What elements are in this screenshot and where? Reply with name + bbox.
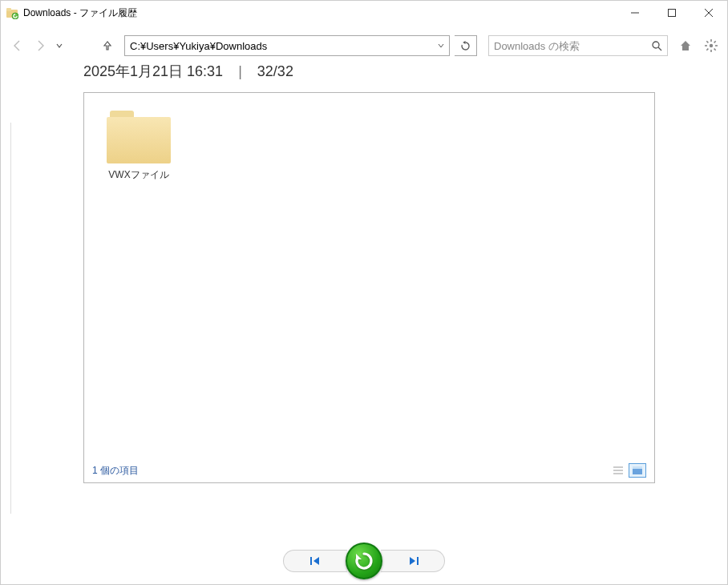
status-bar: 1 個の項目 bbox=[92, 463, 646, 478]
titlebar: Downloads - ファイル履歴 bbox=[1, 1, 727, 25]
next-version-button[interactable] bbox=[381, 550, 445, 572]
home-button[interactable] bbox=[677, 38, 694, 54]
list-item[interactable]: VWXファイル bbox=[99, 107, 179, 182]
snapshot-date: 2025年1月21日 16:31 bbox=[83, 63, 223, 79]
snapshot-header: 2025年1月21日 16:31 | 32/32 bbox=[83, 62, 655, 81]
file-panel: VWXファイル 1 個の項目 bbox=[83, 92, 655, 483]
nav-back-button[interactable] bbox=[9, 37, 26, 54]
svg-rect-24 bbox=[417, 557, 419, 565]
svg-rect-23 bbox=[310, 557, 312, 565]
close-button[interactable] bbox=[690, 1, 727, 25]
content-area: 2025年1月21日 16:31 | 32/32 VWXファイル 1 個の項目 bbox=[1, 67, 727, 538]
item-label: VWXファイル bbox=[99, 168, 179, 182]
folder-icon bbox=[107, 107, 171, 163]
svg-point-9 bbox=[710, 44, 713, 47]
search-box[interactable] bbox=[488, 35, 668, 56]
item-count: 1 個の項目 bbox=[92, 464, 139, 478]
nav-up-button[interactable] bbox=[99, 37, 116, 54]
nav-history-dropdown[interactable] bbox=[51, 37, 68, 54]
svg-point-7 bbox=[653, 42, 659, 48]
details-view-button[interactable] bbox=[609, 463, 627, 478]
icons-view-button[interactable] bbox=[629, 463, 646, 478]
svg-line-17 bbox=[714, 41, 716, 42]
svg-rect-1 bbox=[6, 8, 11, 11]
address-bar[interactable] bbox=[124, 35, 450, 56]
address-input[interactable] bbox=[125, 36, 433, 55]
svg-rect-4 bbox=[669, 10, 676, 17]
left-edge-panel bbox=[1, 123, 11, 514]
prev-version-button[interactable] bbox=[283, 550, 347, 572]
history-nav bbox=[1, 538, 727, 584]
snapshot-position: 32/32 bbox=[257, 63, 293, 79]
search-input[interactable] bbox=[494, 40, 652, 52]
nav-forward-button[interactable] bbox=[31, 37, 49, 54]
toolbar bbox=[1, 25, 727, 67]
app-icon bbox=[6, 6, 18, 19]
minimize-button[interactable] bbox=[617, 1, 653, 25]
search-icon bbox=[652, 41, 662, 51]
svg-rect-22 bbox=[633, 466, 642, 469]
address-dropdown[interactable] bbox=[433, 42, 449, 49]
settings-button[interactable] bbox=[703, 38, 719, 54]
svg-line-14 bbox=[706, 41, 708, 42]
maximize-button[interactable] bbox=[653, 1, 690, 25]
window-title: Downloads - ファイル履歴 bbox=[23, 6, 137, 20]
restore-button[interactable] bbox=[346, 543, 382, 579]
svg-line-8 bbox=[658, 47, 661, 50]
refresh-button[interactable] bbox=[455, 35, 477, 56]
snapshot-separator: | bbox=[238, 63, 242, 79]
svg-line-15 bbox=[714, 49, 716, 50]
svg-line-16 bbox=[706, 49, 708, 50]
